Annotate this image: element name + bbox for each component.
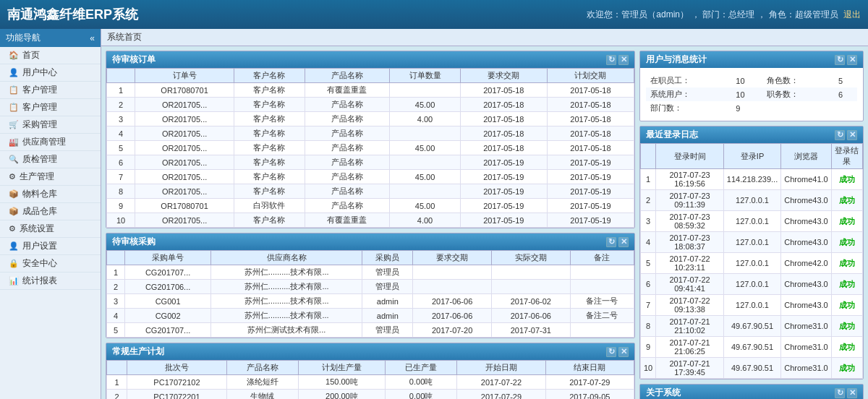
table-row[interactable]: 1 OR17080701 客户名称 有覆盖重盖 2017-05-18 2017-… bbox=[107, 83, 634, 98]
purchase-id: CG001 bbox=[125, 294, 211, 309]
start-date: 2017-07-29 bbox=[457, 390, 545, 400]
sidebar-item-label: 系统设置 bbox=[20, 223, 54, 235]
browser: Chrome31.0 bbox=[781, 337, 832, 358]
req-date: 2017-05-18 bbox=[460, 83, 547, 98]
table-row[interactable]: 4 OR201705... 客户名称 产品名称 2017-05-18 2017-… bbox=[107, 126, 634, 141]
customer-name: 客户名称 bbox=[234, 98, 305, 112]
table-row[interactable]: 4 CG002 苏州仁..........技术有限... admin 2017-… bbox=[107, 309, 634, 323]
close-prod-icon[interactable]: ✕ bbox=[618, 347, 629, 357]
sidebar-item-home[interactable]: 🏠 首页 bbox=[0, 47, 101, 64]
sidebar-item-finished[interactable]: 📦 成品仓库 bbox=[0, 203, 101, 220]
sidebar-item-label: 物料仓库 bbox=[22, 188, 57, 200]
sidebar-item-material[interactable]: 📦 物料仓库 bbox=[0, 186, 101, 203]
table-row[interactable]: 10 OR201705... 客户名称 有覆盖重盖 4.00 2017-05-1… bbox=[107, 213, 634, 228]
col-customer: 客户名称 bbox=[234, 69, 305, 83]
order-id: OR17080701 bbox=[135, 199, 234, 213]
refresh-about-icon[interactable]: ↻ bbox=[835, 388, 845, 398]
pending-purchase-table-container: 采购单号 供应商名称 采购员 要求交期 实际交期 备注 1 CG2017 bbox=[106, 250, 634, 338]
sidebar-item-sys-settings[interactable]: ⚙ 系统设置 bbox=[0, 220, 101, 238]
pending-purchase-title: 待审核采购 bbox=[112, 236, 156, 248]
client-icon: 📋 bbox=[9, 103, 19, 112]
table-row[interactable]: 6 2017-07-22 09:41:41 127.0.0.1 Chrome43… bbox=[641, 274, 863, 295]
refresh-icon[interactable]: ↻ bbox=[606, 55, 616, 65]
close-user-stats-icon[interactable]: ✕ bbox=[847, 55, 857, 65]
qty: 4.00 bbox=[390, 112, 461, 126]
sidebar-item-security[interactable]: 🔒 安全中心 bbox=[0, 255, 101, 273]
table-row[interactable]: 2 2017-07-23 09:11:39 127.0.0.1 Chrome43… bbox=[641, 190, 863, 211]
table-row[interactable]: 1 PC17072102 涤纶短纤 150.00吨 0.00吨 2017-07-… bbox=[107, 375, 634, 390]
note bbox=[570, 265, 634, 280]
close-purchase-icon[interactable]: ✕ bbox=[618, 237, 629, 247]
req-date: 2017-05-19 bbox=[460, 213, 547, 228]
sidebar-item-user-settings[interactable]: 👤 用户设置 bbox=[0, 238, 101, 255]
table-row[interactable]: 3 CG001 苏州仁..........技术有限... admin 2017-… bbox=[107, 294, 634, 309]
login-time: 2017-07-23 08:59:32 bbox=[656, 211, 724, 232]
table-row[interactable]: 6 OR201705... 客户名称 产品名称 2017-05-19 2017-… bbox=[107, 155, 634, 170]
login-ip: 127.0.0.1 bbox=[723, 190, 780, 211]
table-row[interactable]: 2 OR201705... 客户名称 产品名称 45.00 2017-05-18… bbox=[107, 98, 634, 112]
sidebar-item-client-mgmt[interactable]: 📋 客户管理 bbox=[0, 99, 101, 116]
customer-name: 客户名称 bbox=[234, 126, 305, 141]
buyer-name: admin bbox=[362, 294, 413, 309]
sidebar-collapse-icon[interactable]: « bbox=[90, 33, 95, 43]
table-row[interactable]: 8 OR201705... 客户名称 产品名称 2017-05-19 2017-… bbox=[107, 184, 634, 199]
req-date: 2017-05-19 bbox=[460, 155, 547, 170]
plan-qty: 150.00吨 bbox=[298, 375, 385, 390]
sidebar-item-production[interactable]: ⚙ 生产管理 bbox=[0, 168, 101, 186]
refresh-purchase-icon[interactable]: ↻ bbox=[606, 237, 616, 247]
production-plan-header: 常规生产计划 ↻ ✕ bbox=[106, 343, 634, 360]
table-row[interactable]: 9 2017-07-21 21:06:25 49.67.90.51 Chrome… bbox=[641, 337, 863, 358]
req-date: 2017-06-06 bbox=[413, 309, 492, 323]
sidebar-item-purchase[interactable]: 🛒 采购管理 bbox=[0, 116, 101, 134]
table-row[interactable]: 3 2017-07-23 08:59:32 127.0.0.1 Chrome43… bbox=[641, 211, 863, 232]
row-num: 2 bbox=[641, 190, 656, 211]
refresh-prod-icon[interactable]: ↻ bbox=[606, 347, 616, 357]
login-time: 2017-07-23 18:08:37 bbox=[656, 232, 724, 253]
table-row[interactable]: 8 2017-07-21 21:10:02 49.67.90.51 Chrome… bbox=[641, 316, 863, 337]
table-row[interactable]: 2 PC17072201 生物绒 200.00吨 0.00吨 2017-07-2… bbox=[107, 390, 634, 400]
order-id: OR201705... bbox=[135, 213, 234, 228]
close-about-icon[interactable]: ✕ bbox=[847, 388, 857, 398]
col-product: 产品名称 bbox=[305, 69, 390, 83]
refresh-user-stats-icon[interactable]: ↻ bbox=[835, 55, 845, 65]
start-date: 2017-07-22 bbox=[457, 375, 545, 390]
qty: 45.00 bbox=[390, 141, 461, 155]
table-row[interactable]: 7 2017-07-22 09:13:38 127.0.0.1 Chrome43… bbox=[641, 295, 863, 316]
qty: 45.00 bbox=[390, 199, 461, 213]
table-row[interactable]: 4 2017-07-23 18:08:37 127.0.0.1 Chrome43… bbox=[641, 232, 863, 253]
col-num bbox=[641, 144, 656, 169]
row-num: 1 bbox=[641, 169, 656, 190]
plan-date: 2017-05-19 bbox=[547, 199, 634, 213]
table-row[interactable]: 1 2017-07-23 16:19:56 114.218.239... Chr… bbox=[641, 169, 863, 190]
table-row[interactable]: 5 OR201705... 客户名称 产品名称 45.00 2017-05-18… bbox=[107, 141, 634, 155]
purchase-id: CG201706... bbox=[125, 280, 211, 294]
logout-link[interactable]: 退出 bbox=[843, 9, 861, 20]
col-end-date: 结束日期 bbox=[545, 361, 634, 375]
sidebar-item-customer-mgmt[interactable]: 📋 客户管理 bbox=[0, 82, 101, 99]
product-name: 有覆盖重盖 bbox=[305, 213, 390, 228]
sidebar-item-supplier[interactable]: 🏭 供应商管理 bbox=[0, 134, 101, 151]
panel-about-icons: ↻ ✕ bbox=[835, 388, 857, 398]
browser: Chrome43.0 bbox=[781, 232, 832, 253]
table-row[interactable]: 7 OR201705... 客户名称 产品名称 45.00 2017-05-19… bbox=[107, 170, 634, 184]
supplier-name: 苏州仁..........技术有限... bbox=[211, 309, 362, 323]
sidebar-item-label: 成品仓库 bbox=[22, 205, 57, 218]
refresh-login-icon[interactable]: ↻ bbox=[835, 130, 845, 140]
sidebar-item-reports[interactable]: 📊 统计报表 bbox=[0, 273, 101, 290]
order-id: OR201705... bbox=[135, 98, 234, 112]
customer-name: 白羽软件 bbox=[234, 199, 305, 213]
close-icon[interactable]: ✕ bbox=[618, 55, 629, 65]
sidebar-item-quality[interactable]: 🔍 质检管理 bbox=[0, 151, 101, 168]
table-row[interactable]: 5 CG201707... 苏州仁测试技术有限... 管理员 2017-07-2… bbox=[107, 323, 634, 338]
table-row[interactable]: 1 CG201707... 苏州仁..........技术有限... 管理员 bbox=[107, 265, 634, 280]
sidebar-item-user-center[interactable]: 👤 用户中心 bbox=[0, 64, 101, 82]
table-row[interactable]: 10 2017-07-21 17:39:45 49.67.90.51 Chrom… bbox=[641, 358, 863, 379]
left-panels: 待审核订单 ↻ ✕ 订单号 客户名称 bbox=[106, 51, 635, 399]
table-row[interactable]: 5 2017-07-22 10:23:11 127.0.0.1 Chrome42… bbox=[641, 253, 863, 274]
table-row[interactable]: 2 CG201706... 苏州仁..........技术有限... 管理员 bbox=[107, 280, 634, 294]
table-row[interactable]: 3 OR201705... 客户名称 产品名称 4.00 2017-05-18 … bbox=[107, 112, 634, 126]
table-row[interactable]: 9 OR17080701 白羽软件 产品名称 45.00 2017-05-19 … bbox=[107, 199, 634, 213]
close-login-icon[interactable]: ✕ bbox=[847, 130, 857, 140]
right-panels: 用户与消息统计 ↻ ✕ 在职员工： 10 角色数： 5 bbox=[639, 51, 864, 399]
pending-purchase-panel: 待审核采购 ↻ ✕ 采购单号 供应商名称 bbox=[106, 233, 635, 338]
